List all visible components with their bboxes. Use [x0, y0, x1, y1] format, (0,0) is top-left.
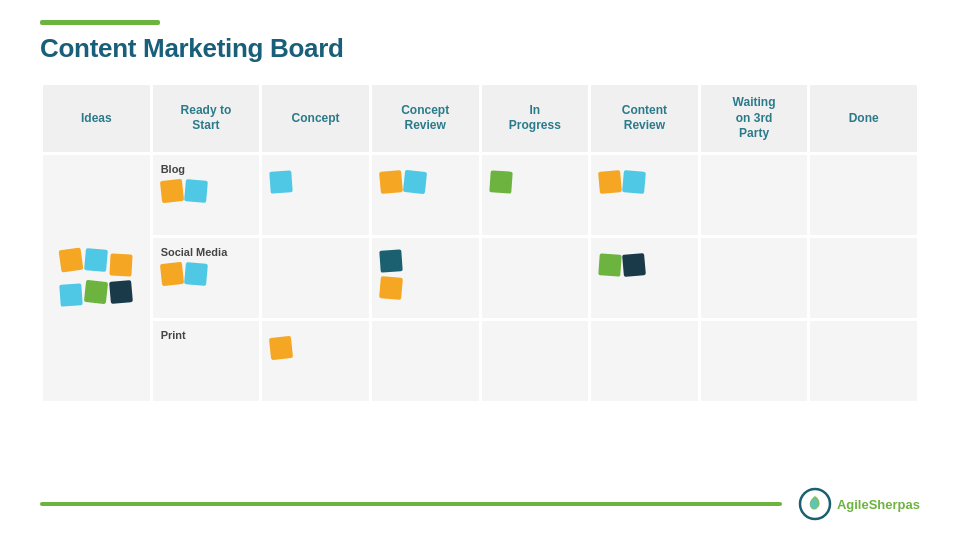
col-header-done: Done	[810, 85, 917, 152]
bottom-line	[40, 502, 782, 506]
sticky-green-2	[489, 170, 512, 193]
done-blog-cell	[810, 155, 917, 235]
sticky-dark-navy-1	[109, 280, 133, 304]
concept-print-cell	[262, 321, 369, 401]
sticky-cyan-1	[84, 248, 108, 272]
logo: AgileSherpas	[797, 486, 920, 522]
sticky-green-3	[598, 253, 621, 276]
print-label: Print	[161, 329, 252, 341]
sticky-orange-3	[160, 179, 184, 203]
col-header-concept: Concept	[262, 85, 369, 152]
board-table: Ideas Ready toStart Concept ConceptRevie…	[40, 82, 920, 404]
ready-print-cell: Print	[153, 321, 260, 401]
sticky-orange-7	[379, 276, 403, 300]
table-row: Social Media	[43, 238, 917, 318]
sticky-cyan-3	[184, 179, 208, 203]
in-progress-social-cell	[482, 238, 589, 318]
sticky-orange-6	[160, 262, 184, 286]
bottom-bar: AgileSherpas	[40, 486, 920, 522]
in-progress-blog-cell	[482, 155, 589, 235]
waiting-print-cell	[701, 321, 808, 401]
sticky-orange-1	[59, 248, 84, 273]
ideas-cell	[43, 155, 150, 401]
sticky-cyan-2	[60, 284, 83, 307]
concept-review-blog-cell	[372, 155, 479, 235]
col-header-concept-review: ConceptReview	[372, 85, 479, 152]
page-title: Content Marketing Board	[40, 33, 920, 64]
sticky-orange-2	[110, 254, 133, 277]
ready-social-cell: Social Media	[153, 238, 260, 318]
waiting-blog-cell	[701, 155, 808, 235]
top-accent	[40, 20, 160, 25]
sticky-dark-teal-1	[379, 249, 402, 272]
content-review-print-cell	[591, 321, 698, 401]
concept-review-print-cell	[372, 321, 479, 401]
col-header-ideas: Ideas	[43, 85, 150, 152]
page-container: Content Marketing Board Ideas Ready toSt…	[0, 0, 960, 540]
col-header-in-progress: InProgress	[482, 85, 589, 152]
ready-blog-cell: Blog	[153, 155, 260, 235]
done-social-cell	[810, 238, 917, 318]
sticky-orange-5	[598, 170, 622, 194]
social-label: Social Media	[161, 246, 252, 258]
concept-social-cell	[262, 238, 369, 318]
done-print-cell	[810, 321, 917, 401]
waiting-social-cell	[701, 238, 808, 318]
col-header-content-review: ContentReview	[591, 85, 698, 152]
sticky-green-1	[84, 280, 108, 304]
sticky-orange-4	[379, 170, 403, 194]
sticky-cyan-7	[184, 262, 208, 286]
col-header-ready: Ready toStart	[153, 85, 260, 152]
sticky-cyan-4	[270, 170, 293, 193]
sticky-orange-8	[269, 336, 293, 360]
concept-blog-cell	[262, 155, 369, 235]
sticky-cyan-6	[622, 170, 646, 194]
sticky-cyan-5	[403, 170, 427, 194]
logo-icon	[797, 486, 833, 522]
logo-text: AgileSherpas	[837, 497, 920, 512]
sticky-dark-navy-2	[622, 253, 646, 277]
in-progress-print-cell	[482, 321, 589, 401]
content-review-social-cell	[591, 238, 698, 318]
col-header-waiting: Waitingon 3rdParty	[701, 85, 808, 152]
content-review-blog-cell	[591, 155, 698, 235]
concept-review-social-cell	[372, 238, 479, 318]
table-row: Print	[43, 321, 917, 401]
table-row: Blog	[43, 155, 917, 235]
blog-label: Blog	[161, 163, 252, 175]
